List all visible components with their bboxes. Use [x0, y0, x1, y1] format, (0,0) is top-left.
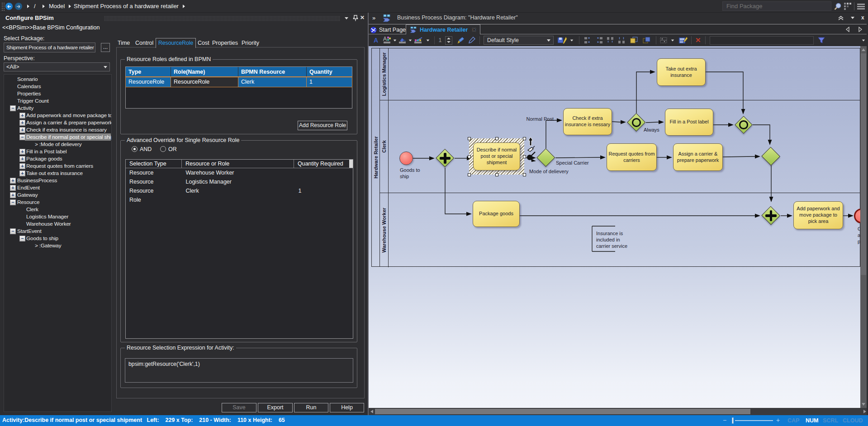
expand-icon[interactable]: +: [19, 163, 25, 169]
resize-handle[interactable]: [468, 137, 471, 140]
expand-icon[interactable]: +: [10, 178, 16, 184]
resize-handle[interactable]: [523, 173, 526, 176]
activity-assign-carrier[interactable]: Assign a carrier & prepare paperwork: [673, 143, 723, 171]
column-header-role-name[interactable]: Role(Name): [171, 67, 238, 77]
cell-role-name[interactable]: ResourceRole: [171, 77, 238, 87]
close-icon[interactable]: ✕: [360, 14, 365, 21]
feature-visibility-icon[interactable]: [659, 37, 669, 44]
gateway-parallel-join[interactable]: [761, 206, 781, 225]
tree-item-take-out-insurance[interactable]: +Take out extra insurance: [4, 170, 111, 177]
expand-icon[interactable]: +: [19, 113, 25, 118]
activity-fill-in-post-label[interactable]: Fill in a Post label: [665, 109, 713, 136]
run-button[interactable]: Run: [294, 403, 328, 412]
text-color-icon[interactable]: A: [383, 36, 391, 44]
diagram-properties-icon[interactable]: [678, 36, 688, 44]
cell-quantity-required[interactable]: [295, 177, 353, 186]
activity-request-quotes[interactable]: Request quotes from carriers: [607, 143, 657, 171]
activity-package-goods[interactable]: Package goods: [473, 201, 520, 227]
stepper-down-icon[interactable]: [447, 41, 451, 43]
close-tab-icon[interactable]: ✕: [472, 27, 476, 33]
breadcrumb-arrow-icon[interactable]: [43, 5, 45, 8]
tree-item-startevent[interactable]: −StartEvent: [4, 227, 111, 235]
collapse-frames-icon[interactable]: [838, 15, 844, 21]
tree-item-fill-post-label[interactable]: +Fill in a Post label: [4, 148, 111, 155]
cell-resource-or-role[interactable]: [182, 195, 295, 204]
help-button[interactable]: Help: [330, 403, 364, 412]
radio-or[interactable]: [160, 146, 166, 152]
perspective-select[interactable]: <All>: [4, 62, 110, 71]
chevron-down-icon[interactable]: [409, 39, 412, 41]
bring-to-front-icon[interactable]: [630, 37, 638, 44]
resize-handle[interactable]: [468, 155, 471, 158]
tree-item-request-quotes[interactable]: +Request quotes from carriers: [4, 162, 111, 170]
save-style-icon[interactable]: [557, 36, 567, 44]
tree-item-assign-carrier[interactable]: +Assign a carrier & prepare paperwork: [4, 119, 111, 126]
model-grid-icon[interactable]: [844, 3, 852, 10]
collapse-icon[interactable]: −: [10, 105, 16, 111]
style-select[interactable]: Default Style: [484, 36, 554, 45]
cell-selection-type[interactable]: Resource: [126, 186, 182, 195]
gateway-inclusive-merge[interactable]: [735, 116, 753, 134]
column-header-quantity[interactable]: Quantity: [307, 67, 352, 77]
column-header-resource-or-role[interactable]: Resource or Role: [182, 160, 294, 168]
tree-item-add-paperwork[interactable]: +Add paperwork and move package to pick: [4, 112, 111, 119]
breadcrumb-arrow-icon[interactable]: [183, 5, 185, 8]
tree-item-trigger-count[interactable]: Trigger Count: [4, 97, 111, 104]
tab-cost[interactable]: Cost: [198, 38, 209, 47]
tree-item-gateway-child[interactable]: > :Gateway: [4, 242, 111, 249]
tree-item-gateway[interactable]: +Gateway: [4, 191, 111, 199]
column-header-quantity-required[interactable]: Quantity Required: [294, 160, 349, 168]
horizontal-scrollbar[interactable]: [369, 408, 868, 415]
table-row[interactable]: Resource Logistics Manager: [126, 177, 353, 186]
tree-item-goods-to-ship[interactable]: −Goods to ship: [4, 235, 111, 242]
browse-package-button[interactable]: ...: [101, 43, 110, 52]
cell-quantity[interactable]: 1: [307, 77, 352, 87]
expand-icon[interactable]: +: [19, 149, 25, 155]
scrollbar-thumb[interactable]: [375, 409, 750, 414]
search-icon[interactable]: [834, 2, 842, 10]
breadcrumb-arrow-icon[interactable]: [27, 5, 29, 8]
gateway-exclusive-merge[interactable]: [761, 147, 781, 166]
tree-item-endevent[interactable]: +EndEvent: [4, 184, 111, 191]
start-event-goods-to-ship[interactable]: [399, 151, 413, 165]
tab-resourcerole[interactable]: ResourceRole: [156, 38, 196, 48]
back-button[interactable]: [5, 3, 13, 10]
align-right-icon[interactable]: [595, 37, 603, 44]
cell-resource-or-role[interactable]: Clerk: [182, 186, 295, 195]
font-style-icon[interactable]: A: [372, 37, 379, 44]
chevron-down-icon[interactable]: [394, 39, 396, 41]
tree-item-calendars[interactable]: Calendars: [4, 83, 111, 90]
resize-handle[interactable]: [468, 173, 471, 176]
filter-funnel-icon[interactable]: [818, 37, 825, 44]
tab-priority[interactable]: Priority: [242, 38, 259, 47]
align-left-icon[interactable]: [584, 37, 592, 44]
tree-item-businessprocess[interactable]: +BusinessProcess: [4, 177, 111, 184]
tree-item-check-insurance[interactable]: +Check if extra insurance is nessary: [4, 126, 111, 133]
expand-icon[interactable]: +: [19, 156, 25, 162]
expand-icon[interactable]: +: [19, 170, 25, 176]
cell-quantity-required[interactable]: 1: [295, 186, 353, 195]
expand-icon[interactable]: +: [10, 185, 16, 191]
tree-item-package-goods[interactable]: +Package goods: [4, 155, 111, 162]
package-input[interactable]: Shipment Process of a hardware retailer: [4, 43, 95, 52]
zoom-slider-thumb[interactable]: [732, 417, 734, 424]
resize-handle[interactable]: [495, 137, 498, 140]
send-to-back-icon[interactable]: [642, 37, 650, 44]
chevron-down-icon[interactable]: [671, 39, 674, 41]
activity-take-out-extra-insurance[interactable]: Take out extra insurance: [657, 58, 706, 86]
breadcrumb-model[interactable]: Model: [49, 0, 65, 13]
tree-item-resource[interactable]: −Resource: [4, 199, 111, 206]
hamburger-menu-icon[interactable]: [857, 4, 865, 9]
tab-control[interactable]: Control: [135, 38, 153, 47]
tree-item-clerk[interactable]: Clerk: [4, 206, 111, 213]
breadcrumb-root[interactable]: /: [34, 0, 36, 13]
cell-type[interactable]: ResourceRole: [126, 77, 171, 87]
tree-item-scenario[interactable]: Scenario: [4, 76, 111, 83]
tab-time[interactable]: Time: [118, 38, 130, 47]
chevrons-right-icon[interactable]: »: [372, 14, 375, 21]
cell-quantity-required[interactable]: [295, 168, 353, 177]
tab-hardware-retailer[interactable]: Hardware Retailer ✕: [406, 24, 480, 34]
table-row[interactable]: Resource Warehouse Worker: [126, 168, 353, 177]
zoom-slider-track[interactable]: [735, 420, 773, 421]
column-header-selection-type[interactable]: Selection Type: [126, 160, 182, 168]
